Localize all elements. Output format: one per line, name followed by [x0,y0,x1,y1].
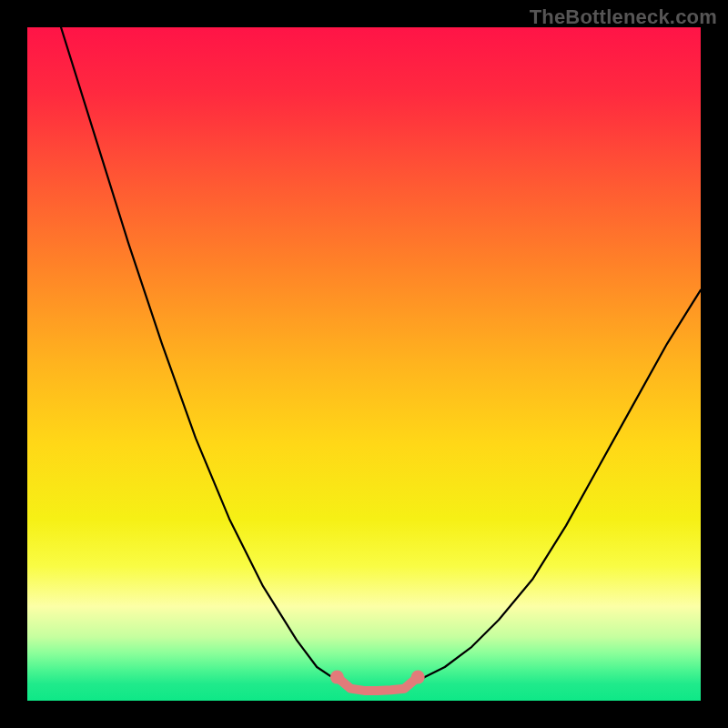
bottom-marker-dot [411,671,425,684]
chart-svg [27,27,701,701]
bottleneck-chart [27,27,701,701]
watermark-text: TheBottleneck.com [530,5,717,29]
gradient-background [27,27,701,701]
bottom-marker-dot [330,671,344,684]
